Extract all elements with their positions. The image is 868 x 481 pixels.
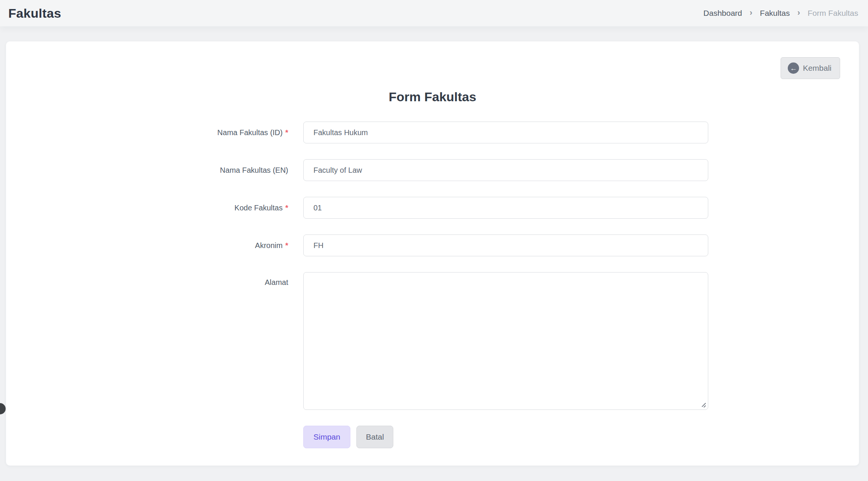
kode-fakultas-input[interactable] [303,197,708,219]
alamat-label: Alamat [6,272,288,410]
fakultas-form: Nama Fakultas (ID) * Nama Fakultas (EN) … [6,122,859,448]
label-text: Nama Fakultas (EN) [220,166,288,175]
back-button-label: Kembali [803,64,831,73]
breadcrumb: Dashboard › Fakultas › Form Fakultas [703,8,858,18]
chevron-right-icon: › [797,8,800,18]
akronim-label: Akronim * [6,234,288,256]
top-bar: Fakultas Dashboard › Fakultas › Form Fak… [0,0,868,26]
chevron-right-icon: › [750,8,752,18]
breadcrumb-item-form-fakultas: Form Fakultas [808,9,858,18]
kode-fakultas-label: Kode Fakultas * [6,197,288,219]
nama-fakultas-id-label: Nama Fakultas (ID) * [6,122,288,143]
required-asterisk: * [285,241,288,250]
page-title: Fakultas [8,6,61,21]
nama-fakultas-en-input[interactable] [303,159,708,181]
save-button[interactable]: Simpan [303,426,350,448]
label-text: Alamat [265,278,288,287]
label-text: Akronim [255,241,283,250]
alamat-textarea[interactable] [303,272,708,410]
cancel-button[interactable]: Batal [356,426,393,448]
required-asterisk: * [285,128,288,137]
form-row-nama-fakultas-en: Nama Fakultas (EN) [6,159,859,181]
form-title: Form Fakultas [6,41,859,104]
form-row-nama-fakultas-id: Nama Fakultas (ID) * [6,122,859,143]
alamat-textarea-wrap [303,272,708,410]
form-actions: Simpan Batal [303,426,859,448]
akronim-input[interactable] [303,234,708,256]
back-button[interactable]: ← Kembali [781,57,840,79]
label-text: Kode Fakultas [234,204,283,212]
nama-fakultas-en-label: Nama Fakultas (EN) [6,159,288,181]
label-text: Nama Fakultas (ID) [217,128,283,137]
page: { "header": { "title": "Fakultas" }, "br… [0,0,868,481]
breadcrumb-item-fakultas[interactable]: Fakultas [760,9,790,18]
arrow-left-circle-icon: ← [788,62,799,74]
required-asterisk: * [285,204,288,212]
form-row-kode-fakultas: Kode Fakultas * [6,197,859,219]
debug-toggle-button[interactable] [0,403,6,414]
breadcrumb-item-dashboard[interactable]: Dashboard [703,9,742,18]
form-row-alamat: Alamat [6,272,859,410]
form-row-akronim: Akronim * [6,234,859,256]
nama-fakultas-id-input[interactable] [303,122,708,143]
form-card: ← Kembali Form Fakultas Nama Fakultas (I… [6,41,859,466]
resize-handle-icon[interactable] [701,402,707,408]
